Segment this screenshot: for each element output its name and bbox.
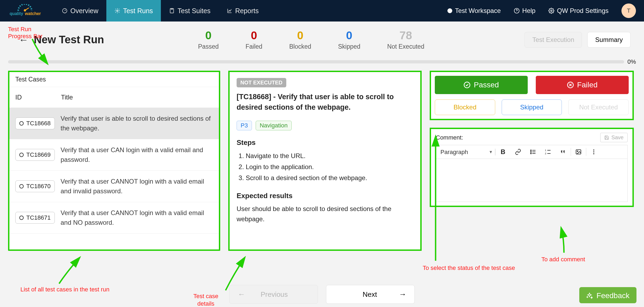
test-case-id: TC18671 <box>26 214 51 221</box>
svg-text:2: 2 <box>545 152 546 155</box>
help-link[interactable]: Help <box>514 7 536 15</box>
nav-test-runs-label: Test Runs <box>123 7 153 15</box>
nav-reports-label: Reports <box>235 7 259 15</box>
mark-failed-button[interactable]: Failed <box>536 76 629 94</box>
list-ol-icon: 12 <box>545 149 551 155</box>
save-icon <box>604 135 609 140</box>
summary-button[interactable]: Summary <box>587 32 631 48</box>
link-button[interactable] <box>511 145 526 159</box>
comment-editor[interactable] <box>436 159 628 202</box>
progress-wrap: 0% <box>8 58 636 65</box>
passed-label: Passed <box>474 81 499 89</box>
stat-passed-value: 0 <box>198 29 219 42</box>
workspace-switcher[interactable]: Test Workspace <box>447 7 501 15</box>
steps-heading: Steps <box>237 138 413 147</box>
status-circle-icon <box>19 121 24 126</box>
quote-icon <box>560 149 566 155</box>
workspace-name: Test Workspace <box>455 7 501 15</box>
back-button[interactable]: ← <box>19 34 28 45</box>
expected-text: User should be able to scroll to desired… <box>237 204 413 224</box>
mark-blocked-button[interactable]: Blocked <box>435 99 495 115</box>
stat-not-executed-label: Not Executed <box>387 43 424 50</box>
step-item: Scroll to a desired section of the webpa… <box>246 173 413 184</box>
check-circle-icon <box>464 81 471 88</box>
chart-icon <box>227 8 233 14</box>
stat-failed-value: 0 <box>245 29 262 42</box>
quote-button[interactable] <box>556 145 571 159</box>
test-case-title: [TC18668] - Verify that user is able to … <box>237 92 413 113</box>
mark-passed-button[interactable]: Passed <box>435 76 528 94</box>
steps-list: Navigate to the URL.Login to the applica… <box>237 151 413 183</box>
save-comment-button[interactable]: Save <box>600 133 628 142</box>
image-button[interactable] <box>571 145 586 159</box>
mark-skipped-button[interactable]: Skipped <box>502 99 562 115</box>
more-button[interactable] <box>586 145 601 159</box>
help-icon <box>514 8 520 14</box>
editor-toolbar: Paragraph B 12 <box>436 145 628 159</box>
ordered-list-button[interactable]: 12 <box>541 145 556 159</box>
nav-reports[interactable]: Reports <box>219 0 267 22</box>
progress-bar <box>8 60 624 63</box>
test-case-row-title: Verify that user is able to scroll to de… <box>61 114 213 133</box>
settings-icon <box>548 8 554 14</box>
user-avatar[interactable]: T <box>621 3 636 18</box>
step-item: Navigate to the URL. <box>246 151 413 162</box>
status-circle-icon <box>19 184 24 188</box>
clipboard-icon <box>169 8 175 14</box>
stat-passed-label: Passed <box>198 43 219 50</box>
test-case-id-pill: TC18668 <box>15 117 55 129</box>
test-case-row-title: Verify that a user CANNOT login with a v… <box>61 208 213 227</box>
gauge-icon <box>62 8 68 14</box>
stat-skipped: 0 Skipped <box>338 29 360 50</box>
test-execution-button[interactable]: Test Execution <box>524 32 582 48</box>
test-case-row[interactable]: TC18668Verify that user is able to scrol… <box>9 108 219 139</box>
test-case-list-panel: Test Cases ID Title TC18668Verify that u… <box>8 71 220 251</box>
svg-text:watcher: watcher <box>25 11 41 16</box>
test-case-id-pill: TC18671 <box>15 212 55 224</box>
bullet-list-button[interactable] <box>526 145 541 159</box>
svg-point-13 <box>531 153 531 154</box>
brand-logo[interactable]: quality watcher <box>0 4 54 17</box>
svg-point-24 <box>593 151 594 152</box>
gear-icon <box>114 8 120 14</box>
save-label: Save <box>611 134 624 141</box>
col-id-header: ID <box>15 94 61 101</box>
test-case-id-pill: TC18670 <box>15 180 55 192</box>
feedback-button[interactable]: Feedback <box>579 287 636 303</box>
test-case-id: TC18670 <box>26 183 51 190</box>
workspace-dot-icon <box>447 8 452 13</box>
status-selector-box: Passed Failed Blocked Skipped Not Execut… <box>430 71 634 120</box>
priority-chip: P3 <box>237 121 252 130</box>
comment-heading: Comment: <box>436 134 463 141</box>
status-circle-icon <box>19 216 24 220</box>
next-label: Next <box>363 290 377 299</box>
x-circle-icon <box>567 81 574 88</box>
bold-button[interactable]: B <box>495 145 511 159</box>
top-nav: quality watcher Overview Test Runs Test … <box>0 0 644 22</box>
test-case-row-title: Verify that a user CANNOT login with a v… <box>61 177 213 196</box>
mark-not-executed-button: Not Executed <box>568 99 629 115</box>
paragraph-select[interactable]: Paragraph <box>436 149 495 155</box>
page-header: ← New Test Run 0 Passed 0 Failed 0 Block… <box>0 22 644 50</box>
test-case-row[interactable]: TC18671Verify that a user CANNOT login w… <box>9 202 219 234</box>
test-case-id-pill: TC18669 <box>15 149 55 161</box>
nav-test-runs[interactable]: Test Runs <box>106 0 161 22</box>
svg-line-1 <box>25 8 29 10</box>
test-case-id: TC18669 <box>26 151 51 158</box>
nav-test-suites-label: Test Suites <box>178 7 210 15</box>
nav-test-suites[interactable]: Test Suites <box>161 0 218 22</box>
svg-text:1: 1 <box>545 149 546 152</box>
previous-button[interactable]: ← Previous <box>229 285 318 304</box>
help-label: Help <box>522 7 536 15</box>
next-button[interactable]: Next → <box>326 285 415 304</box>
progress-percent: 0% <box>627 58 636 65</box>
nav-overview[interactable]: Overview <box>54 0 106 22</box>
feedback-label: Feedback <box>596 291 629 300</box>
previous-label: Previous <box>261 290 288 299</box>
arrow-right-icon: → <box>399 290 406 299</box>
test-case-row-title: Verify that a user CAN login with a vali… <box>61 145 213 165</box>
settings-link[interactable]: QW Prod Settings <box>548 7 609 15</box>
svg-point-22 <box>577 151 578 152</box>
test-case-row[interactable]: TC18670Verify that a user CANNOT login w… <box>9 171 219 202</box>
test-case-row[interactable]: TC18669Verify that a user CAN login with… <box>9 139 219 171</box>
